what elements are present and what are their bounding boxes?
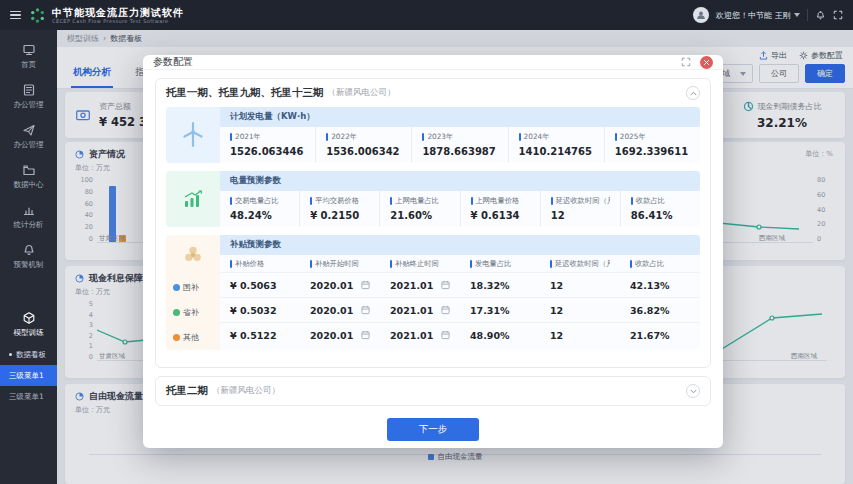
plan-field-2021: 2021年 1526.063446: [220, 127, 316, 163]
calendar-icon[interactable]: [441, 330, 450, 340]
power-value[interactable]: 86.41%: [631, 210, 690, 221]
document-icon: [22, 83, 36, 97]
start-date-field[interactable]: 2020.01: [300, 330, 380, 341]
sidebar-item-datacenter[interactable]: 数据中心: [0, 156, 57, 196]
close-icon[interactable]: [700, 56, 713, 69]
start-date-field[interactable]: 2020.01: [300, 305, 380, 316]
maximize-icon[interactable]: [681, 57, 691, 67]
power-value[interactable]: ¥ 0.2150: [310, 210, 369, 221]
subsidy-row-other: ¥ 0.5122 2020.01 2021.01 48.90% 12 21.67…: [220, 322, 700, 347]
subsidy-section-title: 补贴预测参数: [220, 235, 700, 255]
end-date-field[interactable]: 2021.01: [380, 280, 460, 291]
calendar-icon[interactable]: [441, 280, 450, 290]
sidebar-item-office-1[interactable]: 办公管理: [0, 76, 57, 116]
power-field-trade-ratio: 交易电量占比 48.24%: [220, 191, 300, 227]
plan-value[interactable]: 1692.339611: [615, 146, 690, 157]
power-field-avg-price: 平均交易价格 ¥ 0.2150: [300, 191, 380, 227]
plan-field-2025: 2025年 1692.339611: [605, 127, 700, 163]
panel2-title: 托里二期: [166, 384, 208, 398]
sidebar-item-label: 统计分析: [14, 220, 44, 230]
price-value[interactable]: ¥ 0.5122: [220, 330, 300, 341]
app-subtitle: CECEP Cash Flow Pressure Test Software: [52, 18, 184, 24]
delay-value[interactable]: 12: [540, 280, 620, 291]
end-date-field[interactable]: 2021.01: [380, 305, 460, 316]
sidebar-subitem-label: 三级菜单1: [9, 392, 44, 402]
bell-icon[interactable]: [815, 10, 826, 21]
plan-field-2023: 2023年 1878.663987: [412, 127, 508, 163]
project-panel-1: 托里一期、托里九期、托里十三期 （新疆风电公司）: [155, 78, 711, 368]
subsidy-forecast-section: 国补 省补 其他 补贴预测参数: [166, 235, 700, 350]
trend-chart-icon: [182, 188, 204, 210]
chevron-down-icon: [794, 13, 800, 17]
price-value[interactable]: ¥ 0.5032: [220, 305, 300, 316]
delay-value[interactable]: 12: [540, 330, 620, 341]
collect-ratio-value[interactable]: 21.67%: [620, 330, 700, 341]
app-logo: 中节能现金流压力测试软件 CECEP Cash Flow Pressure Te…: [29, 7, 184, 24]
bullet-icon: [9, 353, 12, 356]
collect-ratio-value[interactable]: 36.82%: [620, 305, 700, 316]
gen-ratio-value[interactable]: 18.32%: [460, 280, 540, 291]
sidebar-item-statistics[interactable]: 统计分析: [0, 196, 57, 236]
plan-value[interactable]: 1410.214765: [519, 146, 594, 157]
sidebar-item-label: 办公管理: [14, 140, 44, 150]
sidebar-item-label: 办公管理: [14, 100, 44, 110]
start-date-field[interactable]: 2020.01: [300, 280, 380, 291]
calendar-icon[interactable]: [361, 305, 370, 315]
sidebar-item-label: 预警机制: [14, 260, 44, 270]
row-label-other: 其他: [166, 325, 220, 350]
panel1-header[interactable]: 托里一期、托里九期、托里十三期 （新疆风电公司）: [156, 79, 710, 107]
panel2-header[interactable]: 托里二期 （新疆风电公司）: [156, 377, 710, 405]
power-value[interactable]: 48.24%: [230, 210, 289, 221]
sidebar-item-label: 首页: [21, 60, 36, 70]
plan-value[interactable]: 1878.663987: [422, 146, 497, 157]
sidebar-item-label: 模型训练: [14, 328, 44, 338]
other-subsidy-icon: [173, 334, 180, 341]
modal-title: 参数配置: [153, 55, 193, 69]
sidebar-item-home[interactable]: 首页: [0, 36, 57, 76]
sidebar-subitem-level3-1[interactable]: 三级菜单1: [0, 365, 57, 386]
collect-ratio-value[interactable]: 42.13%: [620, 280, 700, 291]
welcome-text: 欢迎您！中节能: [716, 10, 772, 21]
sidebar: 首页 办公管理 办公管理 数据中心 统计分析 预警机制 模型训练 数据看板: [0, 30, 57, 484]
folder-icon: [22, 163, 36, 177]
calendar-icon[interactable]: [361, 280, 370, 290]
plan-field-2022: 2022年 1536.006342: [316, 127, 412, 163]
plan-value[interactable]: 1526.063446: [230, 146, 305, 157]
power-value[interactable]: 12: [551, 210, 610, 221]
subsidy-row-provincial: ¥ 0.5032 2020.01 2021.01 17.31% 12 36.82…: [220, 297, 700, 322]
sidebar-subitem-level3-2[interactable]: 三级菜单1: [0, 386, 57, 407]
param-config-modal: 参数配置 托里一期、托里九期、托里十三期 （新疆风电公司）: [143, 55, 723, 448]
sidebar-item-office-2[interactable]: 办公管理: [0, 116, 57, 156]
sidebar-subitem-label: 三级菜单1: [9, 371, 44, 381]
price-value[interactable]: ¥ 0.5063: [220, 280, 300, 291]
power-value[interactable]: ¥ 0.6134: [471, 210, 530, 221]
gen-ratio-value[interactable]: 17.31%: [460, 305, 540, 316]
chevron-up-icon[interactable]: [686, 86, 700, 100]
sidebar-subitem-dashboard[interactable]: 数据看板: [0, 344, 57, 365]
calendar-icon[interactable]: [361, 330, 370, 340]
row-label-national: 国补: [166, 275, 220, 300]
user-menu[interactable]: 欢迎您！中节能 王刚: [716, 10, 800, 21]
power-field-delay: 延迟收款时间（月） 12: [541, 191, 621, 227]
sidebar-item-alerts[interactable]: 预警机制: [0, 236, 57, 276]
plan-value[interactable]: 1536.006342: [326, 146, 401, 157]
power-value[interactable]: 21.60%: [390, 210, 449, 221]
gen-ratio-value[interactable]: 48.90%: [460, 330, 540, 341]
power-field-grid-ratio: 上网电量占比 21.60%: [380, 191, 460, 227]
sidebar-item-model-training[interactable]: 模型训练: [0, 304, 57, 344]
plan-generation-section: 计划发电量（KW·h） 2021年 1526.063446 2022年 1536…: [166, 107, 700, 163]
flower-icon: [182, 244, 204, 266]
avatar[interactable]: [693, 7, 709, 23]
fullscreen-icon[interactable]: [833, 10, 843, 20]
end-date-field[interactable]: 2021.01: [380, 330, 460, 341]
sidebar-item-label: 数据中心: [14, 180, 44, 190]
menu-toggle-icon[interactable]: [10, 11, 21, 20]
delay-value[interactable]: 12: [540, 305, 620, 316]
app-header: 中节能现金流压力测试软件 CECEP Cash Flow Pressure Te…: [0, 0, 853, 30]
next-step-button[interactable]: 下一步: [387, 418, 480, 441]
calendar-icon[interactable]: [441, 305, 450, 315]
modal-footer: 下一步: [143, 414, 723, 452]
chevron-down-icon[interactable]: [686, 384, 700, 398]
modal-body: 托里一期、托里九期、托里十三期 （新疆风电公司）: [143, 70, 723, 414]
row-label-provincial: 省补: [166, 300, 220, 325]
